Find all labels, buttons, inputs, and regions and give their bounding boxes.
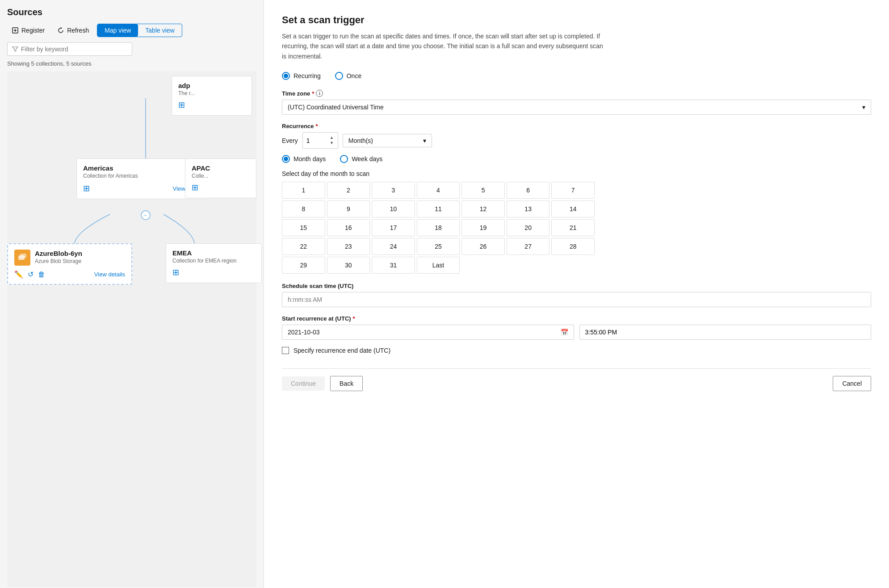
day-cell-5[interactable]: 5 [461,182,505,199]
timezone-value: (UTC) Coordinated Universal Time [288,104,384,111]
refresh-button[interactable]: Refresh [53,24,93,37]
day-cell-29[interactable]: 29 [282,257,325,274]
day-cell-25[interactable]: 25 [417,238,460,255]
apac-node: APAC Colle... ⊞ [185,158,256,198]
day-cell-8[interactable]: 8 [282,200,325,217]
adp-grid-icon: ⊞ [178,100,185,110]
cancel-button[interactable]: Cancel [833,376,871,391]
time-input[interactable] [579,325,872,340]
search-box[interactable] [7,42,132,56]
day-cell-31[interactable]: 31 [372,257,415,274]
search-input[interactable] [21,46,127,53]
day-cell-14[interactable]: 14 [551,200,595,217]
day-cell-23[interactable]: 23 [327,238,370,255]
day-cell-7[interactable]: 7 [551,182,595,199]
delete-button[interactable]: 🗑 [38,271,45,279]
emea-subtitle: Collection for EMEA region [172,258,255,264]
decrement-button[interactable]: ▼ [329,141,334,146]
timezone-select[interactable]: (UTC) Coordinated Universal Time ▾ [282,100,871,115]
day-cell-11[interactable]: 11 [417,200,460,217]
schedule-time-input[interactable] [282,292,871,307]
svg-point-3 [141,211,150,220]
recurring-label: Recurring [294,72,321,79]
day-cell-1[interactable]: 1 [282,182,325,199]
trigger-type-group: Recurring Once [282,72,871,80]
day-cell-3[interactable]: 3 [372,182,415,199]
recurrence-label: Recurrence * [282,123,871,129]
once-option[interactable]: Once [335,72,361,80]
refresh-icon [57,27,64,34]
schedule-time-label: Schedule scan time (UTC) [282,283,871,289]
month-days-radio[interactable] [282,155,290,163]
blob-storage-icon [14,250,30,266]
back-button[interactable]: Back [330,376,363,391]
end-date-row: Specify recurrence end date (UTC) [282,347,871,354]
day-cell-4[interactable]: 4 [417,182,460,199]
panel-description: Set a scan trigger to run the scan at sp… [282,31,604,61]
timezone-info-icon[interactable]: i [316,90,323,97]
date-value: 2021-10-03 [288,329,320,336]
day-cell-27[interactable]: 27 [507,238,550,255]
end-date-label: Specify recurrence end date (UTC) [294,347,390,354]
every-number-input[interactable]: ▲ ▼ [302,132,338,149]
day-cell-28[interactable]: 28 [551,238,595,255]
day-cell-Last[interactable]: Last [417,257,460,274]
day-cell-9[interactable]: 9 [327,200,370,217]
start-recurrence-required: * [353,315,355,322]
week-days-option[interactable]: Week days [340,155,382,163]
period-chevron-icon: ▾ [423,137,426,144]
day-cell-6[interactable]: 6 [507,182,550,199]
period-value: Month(s) [348,137,373,144]
day-cell-30[interactable]: 30 [327,257,370,274]
register-icon [12,27,19,34]
month-days-option[interactable]: Month days [282,155,326,163]
date-picker[interactable]: 2021-10-03 📅 [282,325,574,340]
day-cell-19[interactable]: 19 [461,219,505,236]
day-cell-10[interactable]: 10 [372,200,415,217]
recurring-radio[interactable] [282,72,290,80]
day-cell-13[interactable]: 13 [507,200,550,217]
calendar-icon[interactable]: 📅 [561,329,568,336]
svg-rect-6 [20,254,26,258]
connectors: − [7,71,256,587]
emea-name: EMEA [172,249,255,257]
week-days-radio[interactable] [340,155,348,163]
day-cell-21[interactable]: 21 [551,219,595,236]
day-cell-15[interactable]: 15 [282,219,325,236]
day-cell-17[interactable]: 17 [372,219,415,236]
toolbar: Register Refresh Map view Table view [7,24,256,37]
day-cell-12[interactable]: 12 [461,200,505,217]
recurring-option[interactable]: Recurring [282,72,321,80]
edit-button[interactable]: ✏️ [14,270,23,279]
continue-button: Continue [282,376,325,391]
day-cell-2[interactable]: 2 [327,182,370,199]
table-view-button[interactable]: Table view [138,24,181,37]
every-value-input[interactable] [306,137,324,144]
every-label: Every [282,137,298,144]
emea-node: EMEA Collection for EMEA region ⊞ [166,243,262,283]
map-area: − adp The r... ⊞ Americas Collection for… [7,71,256,587]
day-cell-22[interactable]: 22 [282,238,325,255]
day-cell-18[interactable]: 18 [417,219,460,236]
day-type-group: Month days Week days [282,155,871,163]
calendar-section: Select day of the month to scan 12345678… [282,170,871,274]
increment-button[interactable]: ▲ [329,135,334,140]
filter-icon [12,46,18,52]
panel-title: Set a scan trigger [282,14,871,26]
map-view-button[interactable]: Map view [97,24,138,37]
page-title: Sources [7,7,256,17]
azure-view-details[interactable]: View details [94,271,125,278]
timezone-required: * [312,90,314,97]
register-button[interactable]: Register [7,24,49,37]
day-cell-26[interactable]: 26 [461,238,505,255]
azure-subtitle: Azure Blob Storage [35,258,82,264]
day-cell-16[interactable]: 16 [327,219,370,236]
once-radio[interactable] [335,72,343,80]
date-time-row: 2021-10-03 📅 [282,325,871,340]
period-select[interactable]: Month(s) ▾ [343,134,432,147]
end-date-checkbox[interactable] [282,347,289,354]
schedule-time-section: Schedule scan time (UTC) [282,283,871,307]
scan-button[interactable]: ↺ [28,270,34,279]
day-cell-20[interactable]: 20 [507,219,550,236]
day-cell-24[interactable]: 24 [372,238,415,255]
